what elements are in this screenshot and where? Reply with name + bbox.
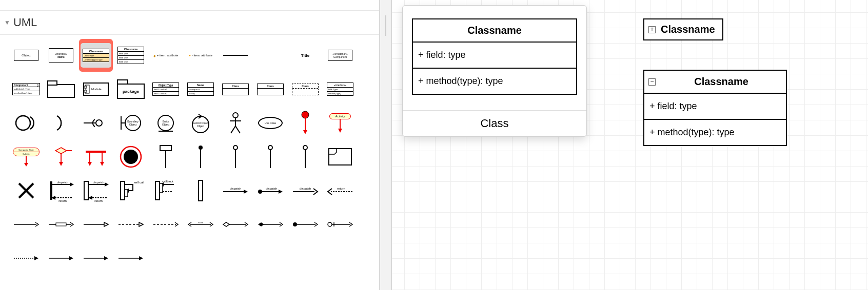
lbl: <<unique>> [188,88,213,92]
stencil-destroy[interactable] [9,174,43,207]
svg-point-19 [302,111,309,118]
stencil-activity[interactable]: Activity [323,107,357,139]
message-sync-icon: dispatch [222,185,249,196]
stencil-component[interactable]: Component▯ + Attribute1: Type +method(ty… [9,73,43,106]
canvas-expanded-class[interactable]: − Classname + field: type + method(type)… [643,70,787,146]
stencil-actor[interactable] [219,107,252,139]
stencil-arrow-3[interactable] [79,208,113,241]
stencil-arrow-13[interactable] [79,242,113,275]
stencil-object-instance[interactable]: Name <<unique>> id: key [184,73,218,106]
svg-marker-114 [139,256,143,260]
canvas-collapsed-class[interactable]: + Classname [643,18,723,40]
stencil-arrow-2[interactable] [44,208,78,241]
stencil-call-return-bar[interactable]: dispatchreturn [79,174,113,207]
svg-rect-66 [125,190,128,197]
expand-icon[interactable]: + [648,26,656,33]
stencil-arrow-4[interactable] [114,208,148,241]
stencil-final-node[interactable] [114,140,148,173]
stencil-annotation-component[interactable]: «Annotation» Component [323,39,357,72]
stencil-activation[interactable] [184,174,218,207]
stencil-lollipop[interactable] [79,107,113,139]
arrow-down-icon [337,119,343,133]
stencil-module[interactable]: Module [79,73,113,106]
stencil-fork-join[interactable] [79,140,113,173]
stencil-arrow-6[interactable]: name [184,208,218,241]
stencil-object[interactable]: Object [9,39,43,72]
stencil-object-type[interactable]: Object:Type field1 = value1 field2 = val… [149,73,183,106]
stencil-lifeline-open3[interactable] [288,140,322,173]
package-icon: package [117,79,145,99]
stencil-arrow-12[interactable] [44,242,78,275]
stencil-arrow-10[interactable] [323,208,357,241]
svg-rect-74 [199,180,203,201]
svg-text:dispatch: dispatch [57,181,68,184]
mc-r: field: type [118,52,144,56]
stencil-boundary[interactable]: Boundary Object [114,107,148,139]
stencil-decision[interactable] [44,140,78,173]
stencil-arrow-9[interactable] [288,208,322,241]
lbl: + Attribute1: Type [13,87,40,91]
stencil-spacer-blank[interactable] [253,39,287,72]
stencil-class-simple2[interactable]: Class [253,73,287,106]
stencil-interface-class[interactable]: «interface» field: Type method(Type) [323,73,357,106]
svg-rect-37 [160,146,171,151]
stencil-item-attribute-plus[interactable]: ◆+ item: attribute [149,39,183,72]
svg-text:dispatch: dispatch [230,187,241,190]
stencil-block[interactable] [44,73,78,106]
stencil-call-return[interactable]: dispatchreturn [44,174,78,207]
stencil-class-dotted[interactable]: Class [288,73,322,106]
stencil-arrow-1[interactable] [9,208,43,241]
collapse-icon[interactable]: − [648,78,656,86]
lbl: Activity [329,113,350,119]
stencil-callback[interactable]: callback [149,174,183,207]
stencil-required-interface[interactable] [44,107,78,139]
section-title: UML [13,16,37,29]
stencil-lifeline-dot[interactable] [184,140,218,173]
stencil-control[interactable]: Control ObjectObject [184,107,218,139]
shapes-grid: Object «interface» Name Classname +field… [0,35,379,279]
module-icon [84,84,90,94]
svg-point-14 [233,113,238,118]
svg-marker-97 [223,222,229,226]
expanded-class-method: + method(type): type [644,120,786,145]
stencil-title[interactable]: Title [288,39,322,72]
stencil-use-case[interactable]: Use Case [253,107,287,139]
stencil-arrow-14[interactable] [114,242,148,275]
stencil-message-found[interactable]: dispatch [253,174,287,207]
svg-marker-23 [338,129,342,133]
stencil-lifeline-open2[interactable] [253,140,287,173]
stencil-lifeline-open[interactable] [219,140,252,173]
lbl: Class [292,84,318,89]
stencil-self-call[interactable]: self call [114,174,148,207]
popover-preview: Classname + field: type + method(type): … [403,6,586,110]
stencil-arrow-7[interactable] [219,208,252,241]
stencil-lifeline-box[interactable] [149,140,183,173]
stencil-item-attribute-dash[interactable]: ●- item: attribute [184,39,218,72]
stencil-composite-state[interactable]: Composite StateSubtitle [9,140,43,173]
stencil-message-return[interactable]: return [323,174,357,207]
stencil-frame[interactable] [323,140,357,173]
canvas[interactable]: Classname + field: type + method(type): … [392,0,868,290]
stencil-arrow-5[interactable] [149,208,183,241]
stencil-arrow-8[interactable] [253,208,287,241]
stencil-class-3[interactable]: Classname +field: type +method(type): ty… [79,39,113,72]
stencil-class-5[interactable]: Classname field: type field: type field:… [114,39,148,72]
stencil-arrow-11[interactable] [9,242,43,275]
stencil-entity[interactable]: Entity Object [149,107,183,139]
stencil-start-arrow[interactable] [288,107,322,139]
svg-rect-57 [84,181,88,200]
svg-text:self call: self call [134,181,144,184]
stencil-message-async[interactable]: dispatch [288,174,322,207]
self-call-icon: self call [119,179,143,202]
lbl: field: Type [327,88,353,92]
section-header-uml[interactable]: ▼ UML [0,10,379,35]
pane-divider[interactable] [380,0,392,290]
stencil-message-sync[interactable]: dispatch [219,174,252,207]
stencil-interface[interactable]: «interface» Name [44,39,78,72]
stencil-provided-interface[interactable] [9,107,43,139]
svg-point-8 [16,116,30,130]
stencil-divider-line[interactable] [219,39,252,72]
stencil-package[interactable]: package [114,73,148,106]
svg-marker-25 [24,163,28,167]
stencil-class-simple[interactable]: Class [219,73,252,106]
